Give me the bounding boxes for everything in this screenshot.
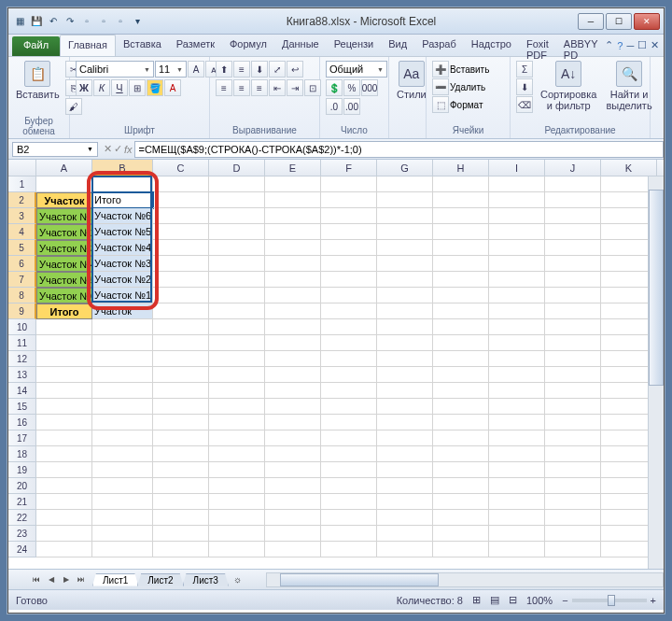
cell[interactable] <box>36 176 92 192</box>
cell[interactable] <box>377 224 433 240</box>
row-header[interactable]: 4 <box>8 224 36 240</box>
formula-input[interactable]: =СМЕЩ($A$9;(СТРОКА()-СТРОКА($A$2))*-1;0) <box>134 141 664 158</box>
tab-data[interactable]: Данные <box>274 35 327 56</box>
cell[interactable] <box>545 192 601 208</box>
cell[interactable] <box>489 415 545 430</box>
cell[interactable] <box>489 399 545 415</box>
cell[interactable] <box>489 176 545 192</box>
qat-icon[interactable]: ▫ <box>113 14 128 29</box>
cell[interactable] <box>545 510 601 526</box>
cell[interactable] <box>377 256 433 272</box>
cell[interactable] <box>209 335 265 351</box>
cell[interactable] <box>209 224 265 240</box>
cell[interactable] <box>209 415 265 430</box>
cell[interactable] <box>321 446 377 462</box>
cell[interactable] <box>265 224 321 240</box>
cell[interactable] <box>92 335 153 351</box>
cell[interactable] <box>265 510 321 526</box>
cell[interactable] <box>153 415 209 430</box>
cell[interactable] <box>433 510 489 526</box>
cell[interactable] <box>433 176 489 192</box>
cell[interactable] <box>153 192 209 208</box>
cell[interactable] <box>489 351 545 367</box>
cell[interactable] <box>209 256 265 272</box>
zoom-slider[interactable]: − + <box>562 595 656 606</box>
cell[interactable] <box>153 176 209 192</box>
col-header[interactable]: A <box>36 160 92 176</box>
cell[interactable] <box>92 351 153 367</box>
row-header[interactable]: 12 <box>8 351 36 367</box>
cell[interactable] <box>265 288 321 303</box>
align-left-icon[interactable]: ≡ <box>216 79 232 96</box>
cell[interactable] <box>433 383 489 399</box>
cell[interactable] <box>321 430 377 446</box>
cell[interactable] <box>377 351 433 367</box>
row-header[interactable]: 5 <box>8 240 36 256</box>
cell[interactable] <box>377 526 433 542</box>
cell[interactable]: Участок №6 <box>92 208 153 224</box>
row-header[interactable]: 9 <box>8 303 36 319</box>
save-icon[interactable]: 💾 <box>29 14 44 29</box>
cell[interactable] <box>321 224 377 240</box>
cell[interactable] <box>545 335 601 351</box>
cell[interactable] <box>153 256 209 272</box>
cell[interactable] <box>377 192 433 208</box>
col-header[interactable]: E <box>265 160 321 176</box>
tab-abbyy[interactable]: ABBYY PD <box>556 35 606 56</box>
cell[interactable]: Итого <box>92 192 153 208</box>
col-header[interactable]: D <box>209 160 265 176</box>
cell[interactable] <box>489 192 545 208</box>
enter-formula-icon[interactable]: ✓ <box>114 143 122 155</box>
cell[interactable] <box>489 256 545 272</box>
cell[interactable] <box>92 526 153 542</box>
cell[interactable] <box>489 272 545 288</box>
cell[interactable]: Участок №1 <box>92 288 153 303</box>
cell[interactable] <box>545 399 601 415</box>
cell[interactable] <box>377 415 433 430</box>
cell[interactable]: Участок <box>92 303 153 319</box>
cancel-formula-icon[interactable]: ✕ <box>104 143 112 155</box>
cell[interactable] <box>265 240 321 256</box>
cell[interactable] <box>433 526 489 542</box>
col-header[interactable]: J <box>545 160 601 176</box>
border-icon[interactable]: ⊞ <box>129 79 146 96</box>
cell[interactable] <box>433 288 489 303</box>
cell[interactable] <box>36 526 92 542</box>
cell[interactable] <box>377 240 433 256</box>
sheet-tab[interactable]: Лист2 <box>137 573 183 586</box>
styles-button[interactable]: Aa Стили <box>393 59 430 102</box>
cell[interactable] <box>153 383 209 399</box>
cell[interactable] <box>545 526 601 542</box>
tab-view[interactable]: Вид <box>381 35 414 56</box>
cell[interactable] <box>377 288 433 303</box>
cell[interactable] <box>321 415 377 430</box>
cell[interactable]: Участок №2 <box>92 272 153 288</box>
tab-insert[interactable]: Вставка <box>116 35 169 56</box>
sheet-tab[interactable]: Лист3 <box>183 573 229 586</box>
cell[interactable] <box>377 208 433 224</box>
cell[interactable] <box>153 542 209 557</box>
cell[interactable] <box>36 383 92 399</box>
cell[interactable] <box>265 494 321 510</box>
cell[interactable] <box>209 494 265 510</box>
cell[interactable]: Итого <box>36 303 92 319</box>
col-header[interactable]: G <box>377 160 433 176</box>
indent-dec-icon[interactable]: ⇤ <box>269 79 286 96</box>
cell[interactable] <box>92 367 153 383</box>
col-header[interactable]: I <box>489 160 545 176</box>
cell[interactable] <box>433 446 489 462</box>
cell[interactable] <box>209 430 265 446</box>
cell[interactable] <box>92 415 153 430</box>
doc-max-icon[interactable]: ☐ <box>637 39 647 51</box>
cell[interactable] <box>209 351 265 367</box>
horizontal-scrollbar[interactable] <box>266 572 664 587</box>
col-header[interactable]: B <box>92 160 153 176</box>
cell[interactable] <box>265 256 321 272</box>
cell[interactable] <box>545 319 601 335</box>
cell[interactable] <box>153 478 209 494</box>
cell[interactable] <box>545 542 601 557</box>
cell[interactable] <box>36 399 92 415</box>
cell[interactable] <box>153 288 209 303</box>
cell[interactable] <box>265 526 321 542</box>
merge-icon[interactable]: ⊡ <box>304 79 321 96</box>
